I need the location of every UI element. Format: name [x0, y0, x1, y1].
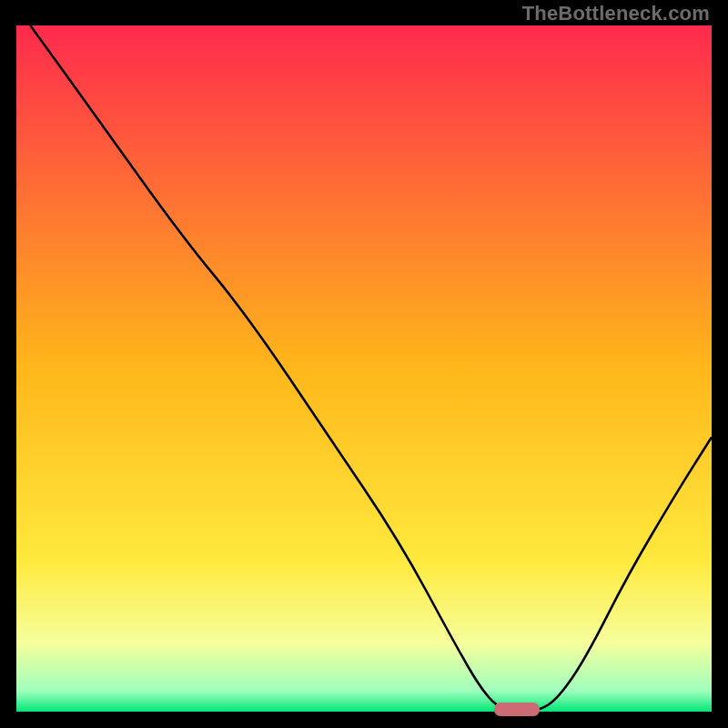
- chart-frame: TheBottleneck.com: [0, 0, 728, 728]
- optimal-point-marker: [494, 703, 540, 716]
- bottleneck-chart: [0, 0, 728, 728]
- watermark-label: TheBottleneck.com: [522, 2, 710, 25]
- gradient-background: [16, 25, 712, 712]
